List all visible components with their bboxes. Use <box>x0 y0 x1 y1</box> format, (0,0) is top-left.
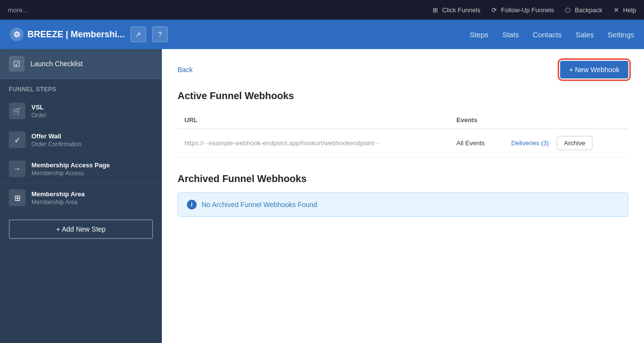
table-row: https://···example-webhook-endpoint.app/… <box>178 129 628 158</box>
step-info-membership-area: Membership Area Membership Area <box>31 190 153 206</box>
step-info-vsl: VSL Order <box>31 104 153 119</box>
step-item-vsl[interactable]: 🛒 VSL Order <box>0 97 162 126</box>
help-button[interactable]: ? <box>152 26 168 42</box>
step-name-offerwall: Offer Wall <box>31 132 153 140</box>
gear-icon: ⚙ <box>10 27 24 41</box>
step-item-membership-access-page[interactable]: → Membership Access Page Membership Acce… <box>0 155 162 184</box>
events-column-header: Events <box>450 111 505 129</box>
add-new-step-button[interactable]: + Add New Step <box>9 219 153 239</box>
followup-nav-item[interactable]: ⟳ Follow-Up Funnels <box>490 6 554 14</box>
backpack-nav-item[interactable]: ⬡ Backpack <box>564 6 602 14</box>
step-icon-vsl: 🛒 <box>9 103 26 119</box>
app-logo: ⚙ BREEZE | Membershi... <box>10 27 125 41</box>
help-label: Help <box>623 6 636 14</box>
clickfunnels-label: Click Funnels <box>442 6 480 14</box>
step-icon-offerwall: ✓ <box>9 132 26 148</box>
checklist-icon: ☑ <box>9 56 25 72</box>
deliveries-link[interactable]: Deliveries (3) <box>511 139 549 147</box>
more-label[interactable]: more... <box>8 6 27 14</box>
back-link[interactable]: Back <box>178 66 193 74</box>
top-navigation: more... ⊞ Click Funnels ⟳ Follow-Up Funn… <box>0 0 644 20</box>
webhook-url: https://···example-webhook-endpoint.app/… <box>178 129 450 158</box>
settings-nav[interactable]: Settings <box>608 28 634 41</box>
followup-icon: ⟳ <box>490 6 498 14</box>
external-link-button[interactable]: ↗ <box>130 26 146 42</box>
step-icon-membership-area: ⊞ <box>9 189 26 206</box>
step-type-vsl: Order <box>31 112 153 119</box>
launch-checklist-label: Launch Checklist <box>30 60 83 68</box>
active-webhooks-title: Active Funnel Webhooks <box>178 90 628 102</box>
active-webhooks-table: URL Events https://···example-webhook-en… <box>178 111 628 158</box>
step-info-membership-access-page: Membership Access Page Membership Access <box>31 161 153 177</box>
backpack-icon: ⬡ <box>564 6 572 14</box>
top-nav-right: ⊞ Click Funnels ⟳ Follow-Up Funnels ⬡ Ba… <box>431 6 636 14</box>
archived-webhooks-title: Archived Funnel Webhooks <box>178 173 628 185</box>
main-layout: ☑ Launch Checklist Funnel Steps 🛒 VSL Or… <box>0 49 644 343</box>
url-column-header: URL <box>178 111 450 129</box>
clickfunnels-icon: ⊞ <box>431 6 439 14</box>
archive-button[interactable]: Archive <box>557 136 592 150</box>
backpack-label: Backpack <box>575 6 602 14</box>
info-icon: i <box>187 200 197 210</box>
content-header: Back + New Webhook <box>178 61 628 79</box>
header-navigation: Steps Stats Contacts Sales Settings <box>470 28 634 41</box>
step-item-offerwall[interactable]: ✓ Offer Wall Order Confirmation <box>0 126 162 155</box>
step-name-membership-access-page: Membership Access Page <box>31 161 153 169</box>
steps-nav[interactable]: Steps <box>470 28 489 41</box>
step-info-offerwall: Offer Wall Order Confirmation <box>31 132 153 148</box>
step-item-membership-area[interactable]: ⊞ Membership Area Membership Area <box>0 184 162 212</box>
help-icon: ✕ <box>612 6 620 14</box>
header-bar: ⚙ BREEZE | Membershi... ↗ ? Steps Stats … <box>0 20 644 49</box>
step-type-membership-access-page: Membership Access <box>31 170 153 177</box>
step-name-membership-area: Membership Area <box>31 190 153 198</box>
help-nav-item[interactable]: ✕ Help <box>612 6 636 14</box>
no-archived-message-box: i No Archived Funnel Webhooks Found <box>178 192 628 217</box>
no-archived-message: No Archived Funnel Webhooks Found <box>202 201 317 209</box>
step-name-vsl: VSL <box>31 104 153 111</box>
sidebar: ☑ Launch Checklist Funnel Steps 🛒 VSL Or… <box>0 49 162 343</box>
new-webhook-button[interactable]: + New Webhook <box>560 61 628 79</box>
webhook-events: All Events <box>450 129 505 158</box>
clickfunnels-nav-item[interactable]: ⊞ Click Funnels <box>431 6 480 14</box>
actions-column-header <box>504 111 628 129</box>
step-icon-membership-access-page: → <box>9 160 26 177</box>
sales-nav[interactable]: Sales <box>575 28 594 41</box>
step-type-membership-area: Membership Area <box>31 199 153 206</box>
content-area: Back + New Webhook Active Funnel Webhook… <box>162 49 644 343</box>
stats-nav[interactable]: Stats <box>502 28 519 41</box>
step-type-offerwall: Order Confirmation <box>31 141 153 148</box>
webhook-actions: Deliveries (3) Archive <box>504 129 628 158</box>
contacts-nav[interactable]: Contacts <box>533 28 562 41</box>
launch-checklist-item[interactable]: ☑ Launch Checklist <box>0 49 162 79</box>
followup-label: Follow-Up Funnels <box>501 6 554 14</box>
funnel-steps-label: Funnel Steps <box>0 79 162 97</box>
app-title: BREEZE | Membershi... <box>27 29 125 40</box>
